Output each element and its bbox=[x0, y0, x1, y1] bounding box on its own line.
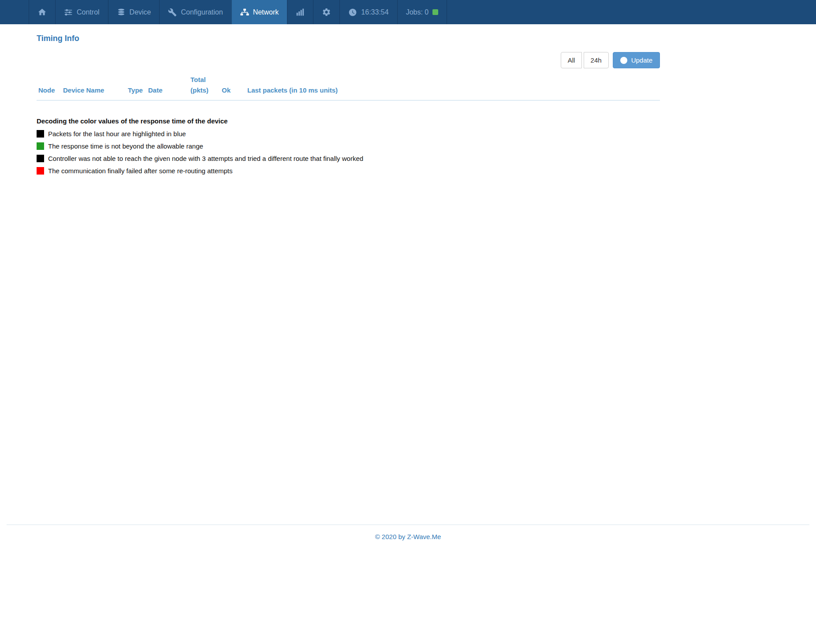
legend-color-swatch bbox=[37, 167, 44, 175]
legend-text: The communication finally failed after s… bbox=[48, 167, 233, 175]
nav-device[interactable]: Device bbox=[108, 0, 160, 24]
header-ok: Ok bbox=[220, 72, 246, 101]
header-row: Node Device Name Type Date Total (pkts) … bbox=[37, 72, 660, 101]
sliders-icon bbox=[64, 8, 73, 17]
clock-icon bbox=[348, 8, 357, 17]
legend-text: The response time is not beyond the allo… bbox=[48, 142, 203, 150]
nav-configuration[interactable]: Configuration bbox=[159, 0, 231, 24]
jobs-status-indicator bbox=[432, 9, 438, 15]
nav-jobs-label: Jobs: 0 bbox=[406, 8, 429, 16]
update-spinner-icon bbox=[620, 57, 627, 64]
navbar: Control Device Configuration Network 16:… bbox=[0, 0, 816, 24]
header-date: Date bbox=[146, 72, 189, 101]
header-total-line1: Total bbox=[190, 74, 216, 85]
page-title: Timing Info bbox=[37, 34, 660, 43]
update-button-label: Update bbox=[631, 56, 652, 64]
timing-table: Node Device Name Type Date Total (pkts) … bbox=[37, 72, 660, 101]
nav-device-label: Device bbox=[130, 8, 151, 16]
nav-time-label: 16:33:54 bbox=[361, 8, 388, 16]
legend-item: Controller was not able to reach the giv… bbox=[37, 155, 660, 162]
header-total-line2: (pkts) bbox=[190, 85, 216, 96]
bar-chart-icon bbox=[296, 8, 305, 17]
nav-configuration-label: Configuration bbox=[181, 8, 223, 16]
legend-items: Packets for the last hour are highlighte… bbox=[37, 130, 660, 175]
legend-title: Decoding the color values of the respons… bbox=[37, 117, 660, 125]
copyright-text: © 2020 by Z-Wave.Me bbox=[375, 533, 441, 540]
timing-table-header: Node Device Name Type Date Total (pkts) … bbox=[37, 72, 660, 101]
legend-item: Packets for the last hour are highlighte… bbox=[37, 130, 660, 138]
time-range-controls: All 24h Update bbox=[37, 52, 660, 68]
nav-jobs[interactable]: Jobs: 0 bbox=[397, 0, 447, 24]
header-device-name: Device Name bbox=[61, 72, 126, 101]
header-total-pkts: Total (pkts) bbox=[189, 72, 220, 101]
nav-network[interactable]: Network bbox=[231, 0, 287, 24]
header-node: Node bbox=[37, 72, 61, 101]
home-icon bbox=[37, 7, 47, 17]
update-button[interactable]: Update bbox=[613, 52, 660, 68]
range-24h-button[interactable]: 24h bbox=[584, 52, 609, 68]
range-button-group: All 24h bbox=[561, 52, 609, 68]
nav-control-label: Control bbox=[77, 8, 100, 16]
wrench-icon bbox=[168, 8, 177, 17]
nav-analytics[interactable] bbox=[287, 0, 313, 24]
legend-color-swatch bbox=[37, 130, 44, 138]
header-last-packets: Last packets (in 10 ms units) bbox=[246, 72, 660, 101]
sitemap-icon bbox=[240, 8, 249, 17]
nav-home[interactable] bbox=[29, 0, 55, 24]
legend-text: Controller was not able to reach the giv… bbox=[48, 155, 363, 162]
header-type: Type bbox=[126, 72, 146, 101]
color-legend: Decoding the color values of the respons… bbox=[37, 117, 660, 175]
nav-settings[interactable] bbox=[313, 0, 339, 24]
range-all-button[interactable]: All bbox=[561, 52, 582, 68]
nav-control[interactable]: Control bbox=[55, 0, 108, 24]
database-icon bbox=[117, 8, 126, 17]
gear-icon bbox=[322, 7, 331, 17]
legend-color-swatch bbox=[37, 155, 44, 162]
legend-text: Packets for the last hour are highlighte… bbox=[48, 130, 186, 138]
legend-item: The communication finally failed after s… bbox=[37, 167, 660, 175]
main-content: Timing Info All 24h Update Node Device N… bbox=[37, 34, 660, 175]
legend-color-swatch bbox=[37, 142, 44, 150]
nav-clock: 16:33:54 bbox=[339, 0, 397, 24]
legend-item: The response time is not beyond the allo… bbox=[37, 142, 660, 150]
footer: © 2020 by Z-Wave.Me bbox=[7, 525, 809, 540]
nav-network-label: Network bbox=[253, 8, 279, 16]
